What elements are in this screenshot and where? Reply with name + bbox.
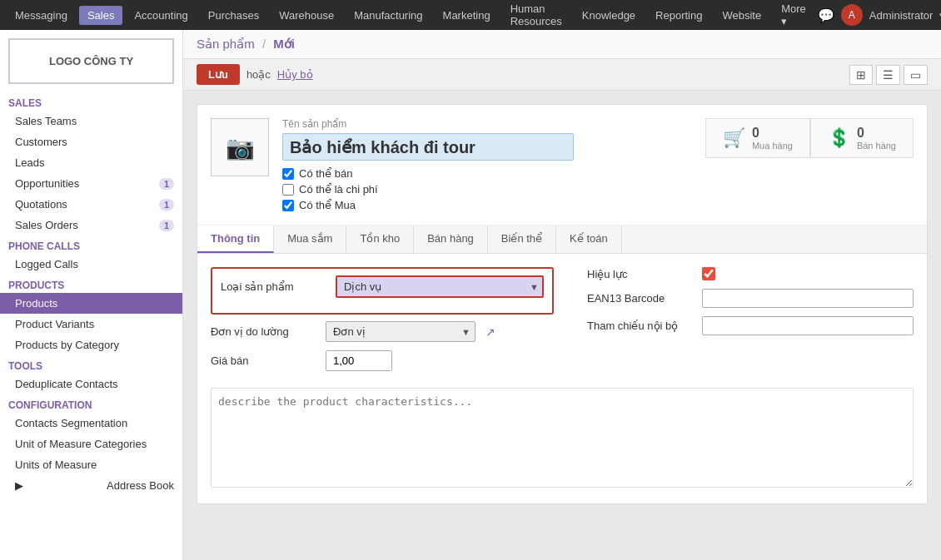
nav-more[interactable]: More ▾ — [773, 0, 814, 31]
product-image[interactable]: 📷 — [211, 118, 269, 176]
checkbox-can-expense[interactable]: Có thể là chi phí — [282, 183, 692, 196]
discard-button[interactable]: Hủy bỏ — [277, 68, 313, 81]
gia-ban-row: Giá bán — [211, 350, 554, 371]
sidebar-item-products[interactable]: Products — [0, 293, 182, 314]
opportunities-badge: 1 — [159, 178, 174, 190]
sidebar-item-customers[interactable]: Customers — [0, 131, 182, 152]
sidebar-item-units-of-measure[interactable]: Units of Measure — [0, 454, 182, 475]
tab-thong-tin[interactable]: Thông tin — [197, 225, 274, 253]
sidebar: LOGO CÔNG TY Sales Sales Teams Customers… — [0, 30, 183, 560]
don-vi-row: Đơn vị do lường Đơn vị ▼ ↗ — [211, 321, 554, 342]
purchase-stat[interactable]: 🛒 0 Mua hàng — [705, 118, 810, 158]
nav-accounting[interactable]: Accounting — [126, 6, 196, 25]
sidebar-section-sales: Sales — [0, 92, 182, 111]
sales-icon: 💲 — [828, 127, 850, 149]
sidebar-section-products: Products — [0, 275, 182, 293]
nav-purchases[interactable]: Purchases — [200, 6, 267, 25]
sidebar-section-phone-calls: Phone Calls — [0, 235, 182, 254]
nav-messaging[interactable]: Messaging — [7, 6, 76, 25]
admin-label[interactable]: Administrator — [869, 9, 934, 22]
sidebar-item-logged-calls[interactable]: Logged Calls — [0, 254, 182, 275]
sales-label: Bán hàng — [857, 141, 896, 151]
sidebar-item-quotations[interactable]: Quotations 1 — [0, 194, 182, 215]
can-expense-label: Có thể là chi phí — [299, 183, 378, 196]
breadcrumb-separator: / — [262, 37, 266, 51]
can-expense-checkbox[interactable] — [282, 184, 294, 196]
loai-san-pham-select[interactable]: Dịch vụ Có thể tiêu thụ Sản phẩm lưu kho — [336, 275, 544, 298]
form-right-column: Hiệu lực EAN13 Barcode Tham chiếu nội bộ — [587, 267, 914, 379]
sidebar-item-unit-of-measure-categories[interactable]: Unit of Measure Categories — [0, 434, 182, 454]
sidebar-item-contacts-segmentation[interactable]: Contacts Segmentation — [0, 413, 182, 434]
tab-bien-the[interactable]: Biến thể — [488, 225, 556, 253]
can-sell-label: Có thể bán — [299, 167, 352, 180]
tab-ton-kho[interactable]: Tồn kho — [346, 225, 414, 253]
product-header: 📷 Tên sản phẩm Có thể bán Có thể là chi … — [197, 105, 927, 225]
loai-san-pham-field: Dịch vụ Có thể tiêu thụ Sản phẩm lưu kho… — [336, 275, 544, 298]
don-vi-select[interactable]: Đơn vị — [326, 321, 475, 342]
main-content: Sản phẩm / Mới Lưu hoặc Hủy bỏ ⊞ ☰ ▭ 📷 — [183, 30, 941, 560]
loai-san-pham-row: Loại sản phẩm Dịch vụ Có thể tiêu thụ Sả… — [221, 275, 544, 298]
top-navigation: Messaging Sales Accounting Purchases War… — [0, 0, 941, 30]
sidebar-item-leads[interactable]: Leads — [0, 152, 182, 173]
product-name-input[interactable] — [282, 133, 574, 161]
tab-ke-toan[interactable]: Kế toán — [556, 225, 622, 253]
sidebar-section-tools: Tools — [0, 355, 182, 374]
don-vi-external-link-icon[interactable]: ↗ — [485, 325, 495, 339]
nav-warehouse[interactable]: Warehouse — [271, 6, 342, 25]
nav-sales[interactable]: Sales — [79, 6, 123, 25]
discard-prefix: hoặc — [246, 68, 271, 81]
hieu-luc-row: Hiệu lực — [587, 267, 914, 280]
checkbox-can-buy[interactable]: Có thể Mua — [282, 199, 692, 211]
sidebar-item-product-variants[interactable]: Product Variants — [0, 314, 182, 335]
save-button[interactable]: Lưu — [197, 64, 240, 85]
product-checkboxes: Có thể bán Có thể là chi phí Có thể Mua — [282, 167, 692, 211]
kanban-view-button[interactable]: ⊞ — [849, 65, 873, 85]
product-stats: 🛒 0 Mua hàng 💲 0 Bán hàng — [705, 118, 914, 158]
nav-marketing[interactable]: Marketing — [435, 6, 499, 25]
breadcrumb-current: Mới — [273, 37, 295, 51]
sales-stat[interactable]: 💲 0 Bán hàng — [810, 118, 914, 158]
tab-mua-sam[interactable]: Mua sắm — [274, 225, 346, 253]
camera-icon: 📷 — [226, 134, 255, 161]
form-columns: Loại sản phẩm Dịch vụ Có thể tiêu thụ Sả… — [211, 267, 914, 379]
sidebar-item-products-by-category[interactable]: Products by Category — [0, 335, 182, 355]
form-view-button[interactable]: ▭ — [904, 65, 928, 85]
ean-row: EAN13 Barcode — [587, 289, 914, 308]
breadcrumb-parent[interactable]: Sản phẩm — [197, 37, 255, 51]
sales-count: 0 — [857, 126, 896, 141]
product-info: Tên sản phẩm Có thể bán Có thể là chi ph… — [282, 118, 692, 211]
nav-manufacturing[interactable]: Manufacturing — [346, 6, 431, 25]
description-textarea[interactable] — [211, 388, 914, 488]
tab-content: Loại sản phẩm Dịch vụ Có thể tiêu thụ Sả… — [197, 254, 927, 503]
nav-reporting[interactable]: Reporting — [647, 6, 710, 25]
tham-chieu-label: Tham chiếu nội bộ — [587, 320, 695, 332]
avatar[interactable]: A — [841, 4, 863, 26]
purchase-label: Mua hàng — [752, 141, 793, 151]
can-sell-checkbox[interactable] — [282, 168, 294, 180]
chat-icon[interactable]: 💬 — [818, 7, 834, 23]
sidebar-item-deduplicate-contacts[interactable]: Deduplicate Contacts — [0, 374, 182, 394]
can-buy-checkbox[interactable] — [282, 200, 294, 211]
view-switcher: ⊞ ☰ ▭ — [849, 65, 928, 85]
tab-ban-hang[interactable]: Bán hàng — [414, 225, 488, 253]
hieu-luc-label: Hiệu lực — [587, 268, 695, 280]
tham-chieu-input[interactable] — [702, 316, 914, 335]
sidebar-item-sales-orders[interactable]: Sales Orders 1 — [0, 215, 182, 235]
hieu-luc-checkbox[interactable] — [702, 267, 715, 280]
sidebar-item-opportunities[interactable]: Opportunities 1 — [0, 173, 182, 194]
checkbox-can-sell[interactable]: Có thể bán — [282, 167, 692, 180]
nav-human-resources[interactable]: Human Resources — [502, 0, 570, 31]
gia-ban-label: Giá bán — [211, 354, 319, 367]
list-view-button[interactable]: ☰ — [876, 65, 900, 85]
form-area: 📷 Tên sản phẩm Có thể bán Có thể là chi … — [183, 91, 941, 560]
gia-ban-input[interactable] — [326, 350, 392, 371]
ean-label: EAN13 Barcode — [587, 292, 695, 305]
company-logo: LOGO CÔNG TY — [8, 38, 174, 84]
ean-input[interactable] — [702, 289, 914, 308]
nav-website[interactable]: Website — [714, 6, 769, 25]
sidebar-item-sales-teams[interactable]: Sales Teams — [0, 111, 182, 131]
can-buy-label: Có thể Mua — [299, 199, 356, 211]
sidebar-item-address-book[interactable]: ▶ Address Book — [0, 475, 182, 496]
nav-knowledge[interactable]: Knowledge — [574, 6, 644, 25]
don-vi-field: Đơn vị ▼ — [326, 321, 475, 342]
